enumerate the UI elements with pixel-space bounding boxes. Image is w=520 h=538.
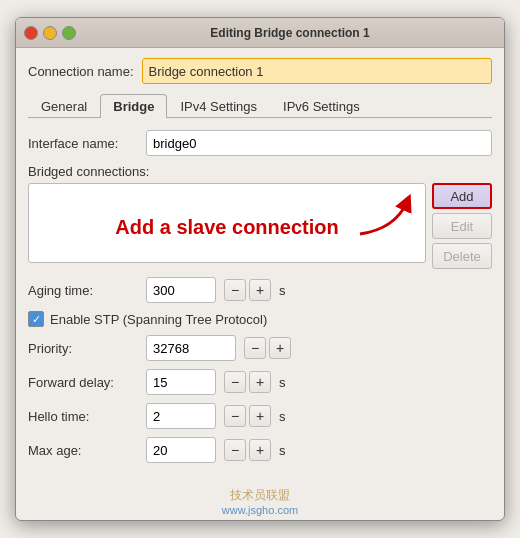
slave-connection-text: Add a slave connection	[115, 216, 338, 239]
main-window: Editing Bridge connection 1 Connection n…	[15, 17, 505, 521]
tab-ipv4[interactable]: IPv4 Settings	[167, 94, 270, 118]
priority-input[interactable]	[146, 335, 236, 361]
max-age-label: Max age:	[28, 443, 138, 458]
aging-time-unit: s	[279, 283, 286, 298]
stp-checkbox[interactable]: ✓	[28, 311, 44, 327]
max-age-spinbtns: − +	[224, 439, 271, 461]
aging-time-spinbtns: − +	[224, 279, 271, 301]
max-age-increment[interactable]: +	[249, 439, 271, 461]
tabs-bar: General Bridge IPv4 Settings IPv6 Settin…	[28, 94, 492, 118]
interface-name-input[interactable]	[146, 130, 492, 156]
window-title: Editing Bridge connection 1	[84, 26, 496, 40]
hello-time-spinbtns: − +	[224, 405, 271, 427]
content-area: Connection name: General Bridge IPv4 Set…	[16, 48, 504, 481]
stp-label: Enable STP (Spanning Tree Protocol)	[50, 312, 267, 327]
minimize-button[interactable]	[43, 26, 57, 40]
bridged-connections-label: Bridged connections:	[28, 164, 492, 179]
tab-bridge[interactable]: Bridge	[100, 94, 167, 118]
hello-time-row: Hello time: − + s	[28, 403, 492, 429]
max-age-row: Max age: − + s	[28, 437, 492, 463]
tab-ipv6[interactable]: IPv6 Settings	[270, 94, 373, 118]
max-age-unit: s	[279, 443, 286, 458]
stp-row: ✓ Enable STP (Spanning Tree Protocol)	[28, 311, 492, 327]
aging-time-decrement[interactable]: −	[224, 279, 246, 301]
arrow-icon	[355, 194, 415, 244]
bridged-buttons: Add Edit Delete	[432, 183, 492, 269]
connection-name-label: Connection name:	[28, 64, 134, 79]
hello-time-unit: s	[279, 409, 286, 424]
forward-delay-decrement[interactable]: −	[224, 371, 246, 393]
priority-label: Priority:	[28, 341, 138, 356]
interface-name-row: Interface name:	[28, 130, 492, 156]
hello-time-decrement[interactable]: −	[224, 405, 246, 427]
hello-time-label: Hello time:	[28, 409, 138, 424]
priority-decrement[interactable]: −	[244, 337, 266, 359]
maximize-button[interactable]	[62, 26, 76, 40]
max-age-decrement[interactable]: −	[224, 439, 246, 461]
priority-spinbtns: − +	[244, 337, 291, 359]
connection-name-row: Connection name:	[28, 58, 492, 84]
interface-name-label: Interface name:	[28, 136, 138, 151]
connection-name-input[interactable]	[142, 58, 492, 84]
forward-delay-unit: s	[279, 375, 286, 390]
add-button[interactable]: Add	[432, 183, 492, 209]
bridged-area: Add a slave connection Add Edit Delete	[28, 183, 492, 269]
bridged-list: Add a slave connection	[28, 183, 426, 263]
edit-button[interactable]: Edit	[432, 213, 492, 239]
forward-delay-row: Forward delay: − + s	[28, 369, 492, 395]
max-age-input[interactable]	[146, 437, 216, 463]
aging-time-input[interactable]	[146, 277, 216, 303]
aging-time-row: Aging time: − + s	[28, 277, 492, 303]
priority-increment[interactable]: +	[269, 337, 291, 359]
aging-time-label: Aging time:	[28, 283, 138, 298]
forward-delay-increment[interactable]: +	[249, 371, 271, 393]
forward-delay-spinbtns: − +	[224, 371, 271, 393]
aging-time-increment[interactable]: +	[249, 279, 271, 301]
titlebar: Editing Bridge connection 1	[16, 18, 504, 48]
hello-time-input[interactable]	[146, 403, 216, 429]
watermark: 技术员联盟 www.jsgho.com	[16, 481, 504, 520]
forward-delay-label: Forward delay:	[28, 375, 138, 390]
delete-button[interactable]: Delete	[432, 243, 492, 269]
close-button[interactable]	[24, 26, 38, 40]
watermark-url-text: www.jsgho.com	[16, 504, 504, 516]
priority-row: Priority: − +	[28, 335, 492, 361]
tab-general[interactable]: General	[28, 94, 100, 118]
hello-time-increment[interactable]: +	[249, 405, 271, 427]
watermark-cn-text: 技术员联盟	[16, 487, 504, 504]
forward-delay-input[interactable]	[146, 369, 216, 395]
window-controls	[24, 26, 76, 40]
